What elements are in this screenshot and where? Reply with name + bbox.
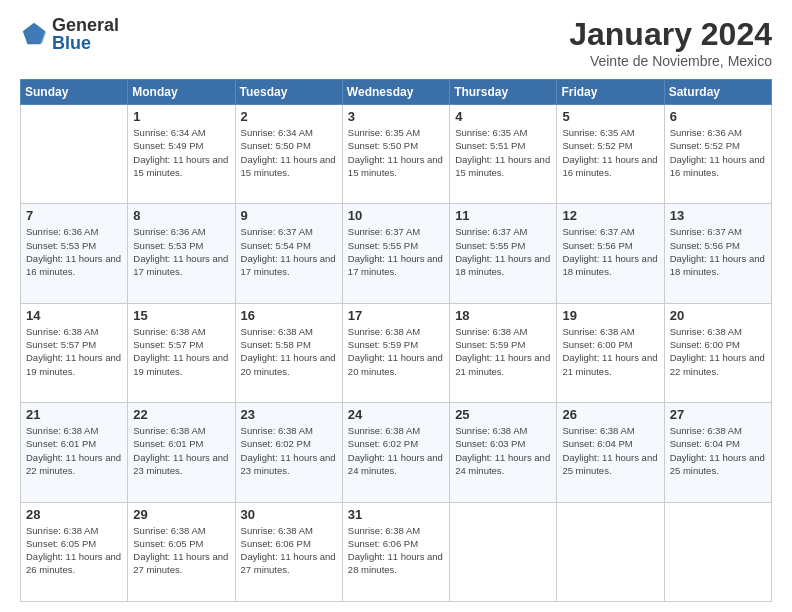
logo: General Blue: [20, 16, 119, 52]
day-number: 26: [562, 407, 658, 422]
calendar-header-row: Sunday Monday Tuesday Wednesday Thursday…: [21, 80, 772, 105]
day-number: 20: [670, 308, 766, 323]
table-row: 12Sunrise: 6:37 AMSunset: 5:56 PMDayligh…: [557, 204, 664, 303]
day-number: 15: [133, 308, 229, 323]
table-row: 28Sunrise: 6:38 AMSunset: 6:05 PMDayligh…: [21, 502, 128, 601]
day-info: Sunrise: 6:35 AMSunset: 5:50 PMDaylight:…: [348, 126, 444, 179]
table-row: 2Sunrise: 6:34 AMSunset: 5:50 PMDaylight…: [235, 105, 342, 204]
day-info: Sunrise: 6:37 AMSunset: 5:54 PMDaylight:…: [241, 225, 337, 278]
day-info: Sunrise: 6:38 AMSunset: 6:02 PMDaylight:…: [348, 424, 444, 477]
day-info: Sunrise: 6:37 AMSunset: 5:55 PMDaylight:…: [455, 225, 551, 278]
day-info: Sunrise: 6:37 AMSunset: 5:56 PMDaylight:…: [562, 225, 658, 278]
table-row: 22Sunrise: 6:38 AMSunset: 6:01 PMDayligh…: [128, 403, 235, 502]
logo-text: General Blue: [52, 16, 119, 52]
table-row: 25Sunrise: 6:38 AMSunset: 6:03 PMDayligh…: [450, 403, 557, 502]
day-info: Sunrise: 6:38 AMSunset: 6:05 PMDaylight:…: [133, 524, 229, 577]
table-row: 17Sunrise: 6:38 AMSunset: 5:59 PMDayligh…: [342, 303, 449, 402]
day-number: 9: [241, 208, 337, 223]
day-number: 17: [348, 308, 444, 323]
day-number: 25: [455, 407, 551, 422]
header-wednesday: Wednesday: [342, 80, 449, 105]
header-thursday: Thursday: [450, 80, 557, 105]
table-row: 5Sunrise: 6:35 AMSunset: 5:52 PMDaylight…: [557, 105, 664, 204]
month-title: January 2024: [569, 16, 772, 53]
day-info: Sunrise: 6:37 AMSunset: 5:56 PMDaylight:…: [670, 225, 766, 278]
day-info: Sunrise: 6:34 AMSunset: 5:49 PMDaylight:…: [133, 126, 229, 179]
calendar-week-row: 21Sunrise: 6:38 AMSunset: 6:01 PMDayligh…: [21, 403, 772, 502]
location-subtitle: Veinte de Noviembre, Mexico: [569, 53, 772, 69]
table-row: 9Sunrise: 6:37 AMSunset: 5:54 PMDaylight…: [235, 204, 342, 303]
page: General Blue January 2024 Veinte de Novi…: [0, 0, 792, 612]
day-info: Sunrise: 6:34 AMSunset: 5:50 PMDaylight:…: [241, 126, 337, 179]
header-sunday: Sunday: [21, 80, 128, 105]
day-number: 4: [455, 109, 551, 124]
day-info: Sunrise: 6:37 AMSunset: 5:55 PMDaylight:…: [348, 225, 444, 278]
calendar-week-row: 7Sunrise: 6:36 AMSunset: 5:53 PMDaylight…: [21, 204, 772, 303]
day-number: 29: [133, 507, 229, 522]
table-row: [557, 502, 664, 601]
day-info: Sunrise: 6:38 AMSunset: 6:00 PMDaylight:…: [562, 325, 658, 378]
calendar-week-row: 14Sunrise: 6:38 AMSunset: 5:57 PMDayligh…: [21, 303, 772, 402]
table-row: 6Sunrise: 6:36 AMSunset: 5:52 PMDaylight…: [664, 105, 771, 204]
calendar-week-row: 1Sunrise: 6:34 AMSunset: 5:49 PMDaylight…: [21, 105, 772, 204]
table-row: 23Sunrise: 6:38 AMSunset: 6:02 PMDayligh…: [235, 403, 342, 502]
day-info: Sunrise: 6:36 AMSunset: 5:52 PMDaylight:…: [670, 126, 766, 179]
day-number: 14: [26, 308, 122, 323]
day-number: 23: [241, 407, 337, 422]
day-number: 1: [133, 109, 229, 124]
calendar-table: Sunday Monday Tuesday Wednesday Thursday…: [20, 79, 772, 602]
day-info: Sunrise: 6:38 AMSunset: 6:04 PMDaylight:…: [562, 424, 658, 477]
table-row: 14Sunrise: 6:38 AMSunset: 5:57 PMDayligh…: [21, 303, 128, 402]
day-info: Sunrise: 6:38 AMSunset: 5:59 PMDaylight:…: [348, 325, 444, 378]
day-info: Sunrise: 6:36 AMSunset: 5:53 PMDaylight:…: [133, 225, 229, 278]
table-row: 10Sunrise: 6:37 AMSunset: 5:55 PMDayligh…: [342, 204, 449, 303]
day-number: 30: [241, 507, 337, 522]
day-info: Sunrise: 6:38 AMSunset: 6:06 PMDaylight:…: [348, 524, 444, 577]
table-row: 7Sunrise: 6:36 AMSunset: 5:53 PMDaylight…: [21, 204, 128, 303]
title-section: January 2024 Veinte de Noviembre, Mexico: [569, 16, 772, 69]
table-row: 30Sunrise: 6:38 AMSunset: 6:06 PMDayligh…: [235, 502, 342, 601]
header: General Blue January 2024 Veinte de Novi…: [20, 16, 772, 69]
day-number: 3: [348, 109, 444, 124]
table-row: 4Sunrise: 6:35 AMSunset: 5:51 PMDaylight…: [450, 105, 557, 204]
table-row: 16Sunrise: 6:38 AMSunset: 5:58 PMDayligh…: [235, 303, 342, 402]
day-number: 8: [133, 208, 229, 223]
table-row: [664, 502, 771, 601]
day-info: Sunrise: 6:38 AMSunset: 6:02 PMDaylight:…: [241, 424, 337, 477]
table-row: 24Sunrise: 6:38 AMSunset: 6:02 PMDayligh…: [342, 403, 449, 502]
day-info: Sunrise: 6:38 AMSunset: 5:59 PMDaylight:…: [455, 325, 551, 378]
table-row: 1Sunrise: 6:34 AMSunset: 5:49 PMDaylight…: [128, 105, 235, 204]
table-row: 29Sunrise: 6:38 AMSunset: 6:05 PMDayligh…: [128, 502, 235, 601]
day-info: Sunrise: 6:38 AMSunset: 6:05 PMDaylight:…: [26, 524, 122, 577]
header-tuesday: Tuesday: [235, 80, 342, 105]
logo-general-text: General: [52, 16, 119, 34]
day-number: 27: [670, 407, 766, 422]
day-info: Sunrise: 6:38 AMSunset: 6:01 PMDaylight:…: [26, 424, 122, 477]
day-info: Sunrise: 6:38 AMSunset: 5:58 PMDaylight:…: [241, 325, 337, 378]
table-row: [450, 502, 557, 601]
calendar-week-row: 28Sunrise: 6:38 AMSunset: 6:05 PMDayligh…: [21, 502, 772, 601]
day-number: 2: [241, 109, 337, 124]
table-row: 27Sunrise: 6:38 AMSunset: 6:04 PMDayligh…: [664, 403, 771, 502]
table-row: 18Sunrise: 6:38 AMSunset: 5:59 PMDayligh…: [450, 303, 557, 402]
day-info: Sunrise: 6:35 AMSunset: 5:51 PMDaylight:…: [455, 126, 551, 179]
day-number: 28: [26, 507, 122, 522]
table-row: 31Sunrise: 6:38 AMSunset: 6:06 PMDayligh…: [342, 502, 449, 601]
logo-blue-text: Blue: [52, 34, 119, 52]
table-row: 21Sunrise: 6:38 AMSunset: 6:01 PMDayligh…: [21, 403, 128, 502]
day-info: Sunrise: 6:38 AMSunset: 6:03 PMDaylight:…: [455, 424, 551, 477]
day-number: 16: [241, 308, 337, 323]
header-saturday: Saturday: [664, 80, 771, 105]
day-number: 31: [348, 507, 444, 522]
day-number: 7: [26, 208, 122, 223]
table-row: 20Sunrise: 6:38 AMSunset: 6:00 PMDayligh…: [664, 303, 771, 402]
day-info: Sunrise: 6:38 AMSunset: 6:06 PMDaylight:…: [241, 524, 337, 577]
day-number: 12: [562, 208, 658, 223]
table-row: 26Sunrise: 6:38 AMSunset: 6:04 PMDayligh…: [557, 403, 664, 502]
logo-icon: [20, 20, 48, 48]
day-number: 18: [455, 308, 551, 323]
day-info: Sunrise: 6:38 AMSunset: 6:04 PMDaylight:…: [670, 424, 766, 477]
day-info: Sunrise: 6:38 AMSunset: 6:00 PMDaylight:…: [670, 325, 766, 378]
day-info: Sunrise: 6:38 AMSunset: 5:57 PMDaylight:…: [26, 325, 122, 378]
day-number: 21: [26, 407, 122, 422]
